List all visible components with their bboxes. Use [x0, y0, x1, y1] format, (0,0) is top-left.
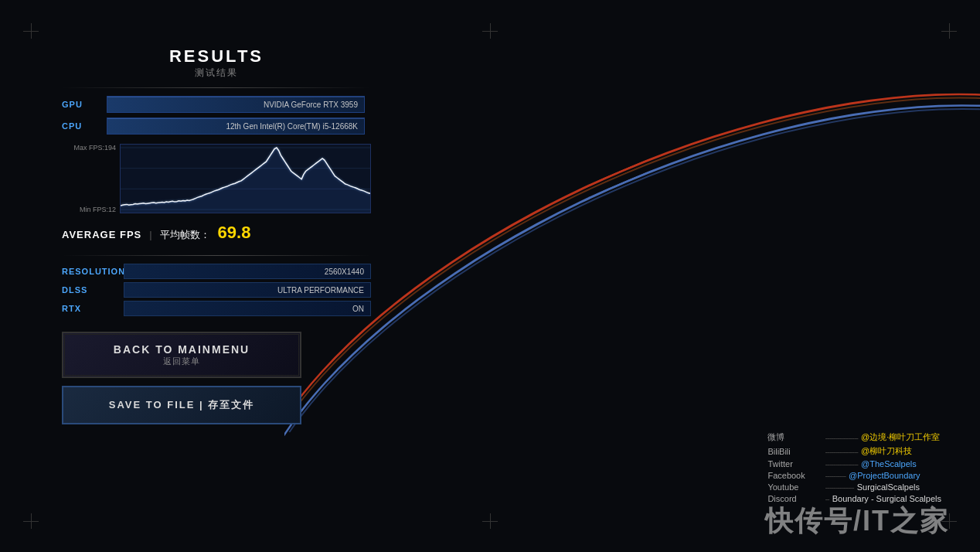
- crosshair-bl: [23, 513, 39, 529]
- weibo-row: 微博 ---------------- @边境·柳叶刀工作室: [767, 431, 941, 443]
- dlss-label: DLSS: [62, 285, 124, 295]
- youtube-handle: SurgicalScalpels: [857, 482, 920, 492]
- save-to-file-button[interactable]: SAVE TO FILE | 存至文件: [62, 386, 301, 424]
- results-title-en: RESULTS: [62, 46, 371, 66]
- save-button-label: SAVE TO FILE | 存至文件: [109, 398, 255, 412]
- gpu-label: GPU: [62, 100, 100, 109]
- avg-fps-cn: 平均帧数：: [160, 228, 210, 242]
- rtx-bar: ON: [124, 301, 371, 316]
- twitter-row: Twitter ---------------- @TheScalpels: [767, 459, 941, 469]
- youtube-platform: Youtube: [767, 482, 822, 492]
- bilibili-platform: BiliBili: [767, 447, 822, 456]
- youtube-dashes: --------------: [825, 482, 853, 492]
- dlss-row: DLSS ULTRA PERFORMANCE: [62, 282, 371, 298]
- rtx-row: RTX ON: [62, 301, 371, 316]
- gpu-value: NVIDIA GeForce RTX 3959: [264, 101, 358, 109]
- avg-fps-value: 69.8: [218, 223, 251, 243]
- cpu-bar: 12th Gen Intel(R) Core(TM) i5-12668K: [107, 118, 365, 135]
- crosshair-tl: [23, 23, 39, 39]
- watermark: 快传号/IT之家: [765, 503, 949, 540]
- fps-chart-section: Max FPS:194 Min FPS:12: [62, 144, 371, 213]
- fps-canvas: [121, 145, 370, 213]
- twitter-platform: Twitter: [767, 459, 822, 469]
- rtx-label: RTX: [62, 304, 124, 313]
- dlss-bar: ULTRA PERFORMANCE: [124, 282, 371, 298]
- dlss-value: ULTRA PERFORMANCE: [277, 286, 364, 295]
- resolution-bar: 2560X1440: [124, 264, 371, 279]
- avg-fps-row: AVERAGE FPS | 平均帧数： 69.8: [62, 223, 371, 243]
- resolution-row: RESOLUTION 2560X1440: [62, 264, 371, 279]
- facebook-dashes: ----------: [825, 471, 846, 480]
- fps-chart: [120, 144, 371, 213]
- results-title: RESULTS 测试结果: [62, 46, 371, 80]
- settings-section: RESOLUTION 2560X1440 DLSS ULTRA PERFORMA…: [62, 255, 371, 316]
- facebook-platform: Facebook: [767, 471, 822, 480]
- divider-settings: [62, 255, 371, 256]
- back-to-mainmenu-button[interactable]: BACK TO MAINMENU 返回菜单: [62, 332, 301, 378]
- resolution-value: 2560X1440: [325, 267, 364, 276]
- min-fps-label: Min FPS:12: [62, 206, 120, 213]
- weibo-platform: 微博: [767, 431, 822, 443]
- results-panel: RESULTS 测试结果 GPU NVIDIA GeForce RTX 3959…: [62, 46, 371, 424]
- weibo-dashes: ----------------: [825, 433, 858, 442]
- avg-fps-label: AVERAGE FPS: [62, 229, 141, 240]
- cpu-row: CPU 12th Gen Intel(R) Core(TM) i5-12668K: [62, 118, 371, 135]
- twitter-dashes: ----------------: [825, 459, 858, 469]
- resolution-label: RESOLUTION: [62, 267, 124, 276]
- results-title-cn: 测试结果: [62, 66, 371, 80]
- gpu-row: GPU NVIDIA GeForce RTX 3959: [62, 96, 371, 113]
- avg-fps-sep: |: [149, 229, 151, 240]
- facebook-row: Facebook ---------- @ProjectBoundary: [767, 471, 941, 480]
- bilibili-handle: @柳叶刀科技: [861, 445, 912, 457]
- crosshair-tm: [482, 23, 498, 39]
- bilibili-row: BiliBili ---------------- @柳叶刀科技: [767, 445, 941, 457]
- cpu-value: 12th Gen Intel(R) Core(TM) i5-12668K: [226, 122, 358, 131]
- facebook-handle: @ProjectBoundary: [849, 471, 920, 480]
- twitter-handle: @TheScalpels: [861, 459, 917, 469]
- crosshair-bm: [482, 513, 498, 529]
- cpu-label: CPU: [62, 121, 100, 131]
- weibo-handle: @边境·柳叶刀工作室: [861, 431, 940, 443]
- social-panel: 微博 ---------------- @边境·柳叶刀工作室 BiliBili …: [767, 431, 941, 506]
- back-button-label-cn: 返回菜单: [163, 356, 200, 367]
- max-fps-label: Max FPS:194: [62, 144, 120, 152]
- bilibili-dashes: ----------------: [825, 447, 858, 456]
- youtube-row: Youtube -------------- SurgicalScalpels: [767, 482, 941, 492]
- crosshair-tr: [941, 23, 957, 39]
- chart-labels: Max FPS:194 Min FPS:12: [62, 144, 120, 213]
- back-button-label-en: BACK TO MAINMENU: [114, 343, 250, 356]
- gpu-bar: NVIDIA GeForce RTX 3959: [107, 96, 365, 113]
- divider-top: [62, 87, 371, 88]
- rtx-value: ON: [352, 305, 364, 313]
